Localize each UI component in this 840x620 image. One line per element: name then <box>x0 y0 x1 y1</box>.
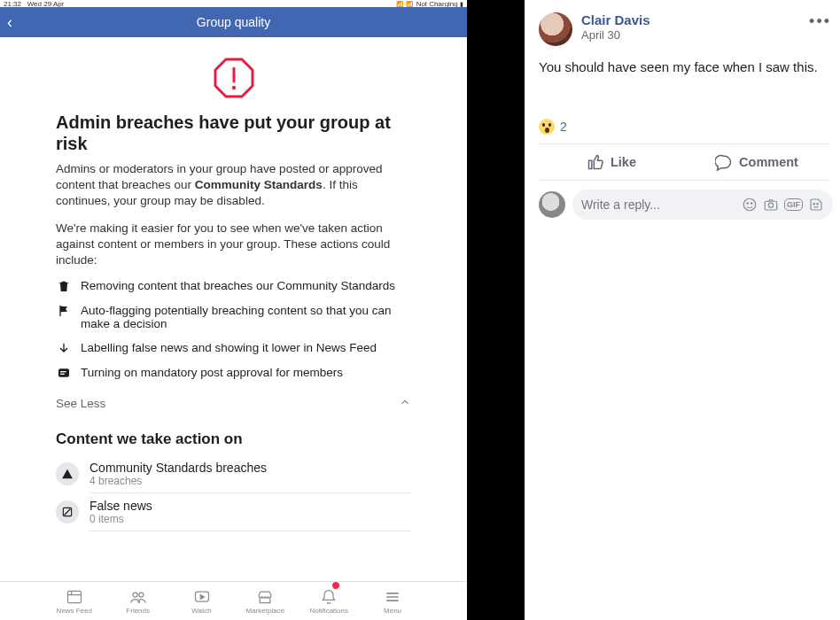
tab-marketplace[interactable]: Marketplace <box>240 588 290 615</box>
flag-icon <box>56 304 72 318</box>
trash-icon <box>56 279 72 293</box>
notif-badge <box>331 581 340 590</box>
takeaction-breaches[interactable]: Community Standards breaches 4 breaches <box>56 455 411 492</box>
action-approval: Turning on mandatory post approval for m… <box>56 366 411 380</box>
appbar-title: Group quality <box>197 15 270 29</box>
svg-point-15 <box>768 203 773 207</box>
post-actions: Like Comment <box>539 144 829 181</box>
page-content: Admin breaches have put your group at ri… <box>0 37 467 531</box>
reply-row: GIF <box>539 181 829 220</box>
tab-friends[interactable]: Friends <box>113 588 163 615</box>
post-header: Clair Davis April 30 <box>539 12 829 46</box>
page-heading: Admin breaches have put your group at ri… <box>56 112 411 154</box>
svg-rect-4 <box>60 371 66 372</box>
reactions-summary[interactable]: 2 <box>539 119 829 135</box>
divider <box>89 531 411 531</box>
svg-point-2 <box>231 86 235 89</box>
thumbs-up-icon <box>587 153 604 171</box>
gif-icon[interactable]: GIF <box>784 198 803 211</box>
status-bar: 21:32 Wed 29 Apr 📶 📶 Not Charging ▮ <box>0 0 467 7</box>
author-avatar[interactable] <box>539 12 572 46</box>
action-label: Labelling false news and showing it lowe… <box>56 341 411 355</box>
post-menu-icon[interactable]: ••• <box>809 12 831 31</box>
svg-rect-7 <box>67 591 81 602</box>
phone-frame: 21:32 Wed 29 Apr 📶 📶 Not Charging ▮ ‹ Gr… <box>0 0 467 620</box>
chevron-up-icon <box>399 396 411 411</box>
camera-icon[interactable] <box>763 197 779 213</box>
comment-button[interactable]: Comment <box>684 144 829 180</box>
svg-rect-3 <box>58 369 69 377</box>
post-panel: ••• Clair Davis April 30 You should have… <box>525 0 840 620</box>
svg-point-17 <box>817 204 819 205</box>
svg-rect-5 <box>60 374 65 375</box>
actions-list: Removing content that breaches our Commu… <box>56 279 411 380</box>
svg-point-8 <box>133 593 137 597</box>
svg-point-13 <box>751 203 753 205</box>
tab-menu[interactable]: Menu <box>368 588 417 615</box>
warning-triangle-icon <box>56 462 79 485</box>
back-icon[interactable]: ‹ <box>7 13 12 32</box>
see-less-toggle[interactable]: See Less <box>56 391 411 420</box>
action-remove: Removing content that breaches our Commu… <box>56 279 411 293</box>
author-name[interactable]: Clair Davis <box>581 12 650 28</box>
app-bar: ‹ Group quality <box>0 7 467 37</box>
svg-point-11 <box>743 199 756 212</box>
bottom-tab-bar: News Feed Friends Watch Marketplace Noti… <box>0 581 467 620</box>
reply-input[interactable] <box>581 198 736 212</box>
comment-icon <box>715 153 733 171</box>
arrow-down-icon <box>56 341 72 355</box>
post-date: April 30 <box>581 28 650 42</box>
reaction-count: 2 <box>560 120 567 134</box>
tab-newsfeed[interactable]: News Feed <box>50 588 99 615</box>
alert-icon <box>56 57 411 99</box>
false-news-icon <box>56 500 79 523</box>
sticker-icon[interactable] <box>808 197 824 213</box>
intro-paragraph-1: Admins or moderators in your group have … <box>56 161 411 210</box>
intro-paragraph-2: We're making it easier for you to see wh… <box>56 221 411 269</box>
post-body: You should have seen my face when I saw … <box>539 58 829 76</box>
takeaction-list: Community Standards breaches 4 breaches … <box>56 455 411 531</box>
svg-point-12 <box>747 203 749 205</box>
section-heading-content-action: Content we take action on <box>56 430 411 448</box>
emoji-icon[interactable] <box>742 197 758 213</box>
tab-watch[interactable]: Watch <box>177 588 227 615</box>
self-avatar[interactable] <box>539 191 565 218</box>
takeaction-falsenews[interactable]: False news 0 items <box>56 493 411 531</box>
post-approval-icon <box>56 366 72 380</box>
media-pane: 21:32 Wed 29 Apr 📶 📶 Not Charging ▮ ‹ Gr… <box>0 0 525 620</box>
tab-notifications[interactable]: Notifications <box>304 588 354 615</box>
wow-reaction-icon <box>539 119 555 135</box>
svg-point-16 <box>813 204 815 205</box>
reply-box[interactable]: GIF <box>572 190 833 220</box>
svg-point-9 <box>139 593 144 597</box>
action-flag: Auto-flagging potentially breaching cont… <box>56 304 411 330</box>
like-button[interactable]: Like <box>539 144 684 180</box>
